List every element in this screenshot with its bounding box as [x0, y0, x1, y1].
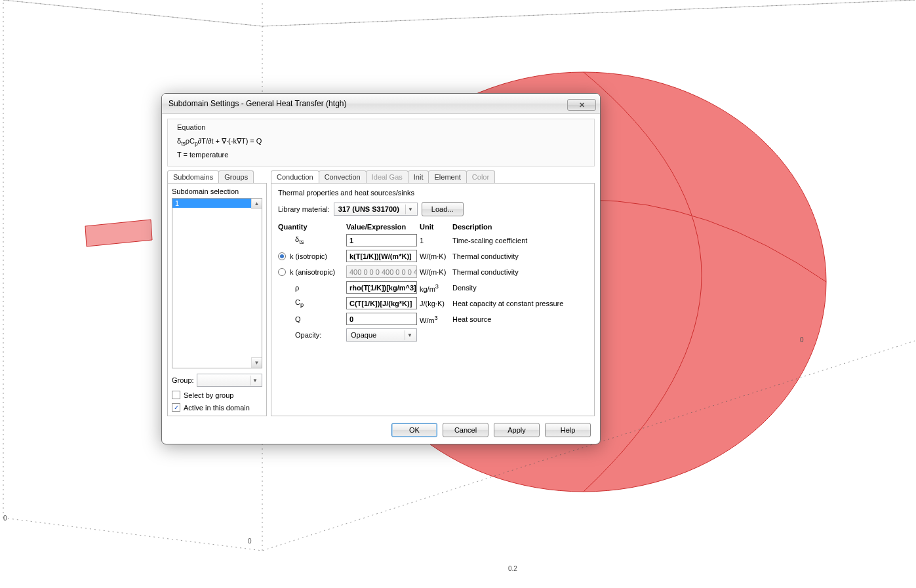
- checkbox-icon: [172, 391, 180, 399]
- group-dropdown[interactable]: ▼: [197, 374, 262, 387]
- radio-k-isotropic[interactable]: k (isotropic): [278, 252, 344, 260]
- subdomain-settings-dialog: Subdomain Settings - General Heat Transf…: [161, 93, 601, 444]
- axis-tick-wall: 0: [3, 515, 7, 522]
- opacity-value: Opaque: [351, 331, 376, 339]
- desc-kani: Thermal conductivity: [452, 268, 587, 276]
- axis-tick-z: 0: [800, 336, 804, 343]
- desc-rho: Density: [452, 284, 587, 292]
- chevron-down-icon: ▼: [405, 330, 414, 340]
- desc-q: Heat source: [452, 315, 587, 323]
- axis-tick-y: 0: [248, 538, 252, 545]
- checkbox-icon: ✓: [172, 403, 180, 412]
- col-quantity: Quantity: [278, 223, 344, 231]
- apply-button[interactable]: Apply: [494, 423, 540, 437]
- radio-k-anisotropic[interactable]: k (anisotropic): [278, 268, 344, 276]
- conduction-panel: Thermal properties and heat sources/sink…: [271, 183, 595, 416]
- checkbox-label: Active in this domain: [184, 404, 250, 412]
- load-button[interactable]: Load...: [422, 202, 464, 216]
- dialog-title: Subdomain Settings - General Heat Transf…: [169, 94, 346, 113]
- input-kani: 400 0 0 0 400 0 0 0 400: [346, 265, 417, 278]
- unit-q: W/m3: [420, 315, 450, 324]
- library-material-dropdown[interactable]: 317 (UNS S31700) ▼: [334, 203, 418, 216]
- close-icon: ✕: [579, 95, 585, 115]
- group-label: Group:: [172, 376, 194, 384]
- qty-opacity: Opacity:: [278, 331, 344, 339]
- scroll-up-icon[interactable]: ▲: [251, 199, 262, 209]
- unit-rho: kg/m3: [420, 283, 450, 293]
- qty-cp: Cp: [278, 298, 344, 308]
- qty-dts: δts: [278, 235, 344, 245]
- list-item[interactable]: 1: [172, 199, 262, 208]
- subdomain-panel: Subdomain selection 1 ▲ ▼ Group: ▼: [167, 183, 267, 416]
- subdomain-listbox[interactable]: 1 ▲ ▼: [172, 198, 262, 368]
- tab-color: Color: [466, 170, 495, 183]
- cancel-button[interactable]: Cancel: [443, 423, 488, 437]
- library-material-value: 317 (UNS S31700): [338, 205, 399, 213]
- input-cp[interactable]: C(T[1/K])[J/(kg*K)]: [346, 297, 417, 309]
- input-kiso[interactable]: k(T[1/K])[W/(m*K)]: [346, 250, 417, 262]
- qty-kani: k (anisotropic): [290, 268, 335, 276]
- checkbox-label: Select by group: [184, 391, 233, 399]
- scroll-down-icon[interactable]: ▼: [251, 357, 262, 368]
- chevron-down-icon: ▼: [250, 376, 260, 385]
- equation-header: Equation: [174, 123, 587, 131]
- help-button[interactable]: Help: [545, 423, 591, 437]
- dialog-button-row: OK Cancel Apply Help: [167, 416, 595, 437]
- tab-subdomains[interactable]: Subdomains: [167, 170, 219, 183]
- col-value: Value/Expression: [346, 223, 417, 231]
- tab-groups[interactable]: Groups: [218, 170, 254, 183]
- tab-conduction[interactable]: Conduction: [271, 170, 319, 183]
- equation-line1: δtsρCp∂T/∂t + ∇·(-k∇T) = Q: [174, 135, 587, 149]
- section-description: Thermal properties and heat sources/sink…: [278, 189, 587, 197]
- unit-kiso: W/(m·K): [420, 252, 450, 260]
- unit-kani: W/(m·K): [420, 268, 450, 276]
- axis-tick-x: 0.2: [508, 565, 517, 572]
- desc-kiso: Thermal conductivity: [452, 252, 587, 260]
- select-by-group-checkbox[interactable]: Select by group: [172, 391, 262, 399]
- tab-element[interactable]: Element: [428, 170, 466, 183]
- radio-unselected-icon: [278, 268, 286, 276]
- qty-q: Q: [278, 315, 344, 323]
- input-q[interactable]: 0: [346, 313, 417, 325]
- desc-dts: Time-scaling coefficient: [452, 237, 587, 245]
- tab-init[interactable]: Init: [408, 170, 429, 183]
- equation-panel: Equation δtsρCp∂T/∂t + ∇·(-k∇T) = Q T = …: [167, 119, 595, 167]
- chevron-down-icon: ▼: [405, 205, 415, 214]
- properties-table: Quantity Value/Expression Unit Descripti…: [278, 223, 587, 342]
- unit-cp: J/(kg·K): [420, 300, 450, 307]
- input-rho[interactable]: rho(T[1/K])[kg/m^3]: [346, 281, 417, 294]
- unit-dts: 1: [420, 237, 450, 245]
- tab-convection[interactable]: Convection: [319, 170, 367, 183]
- dialog-titlebar[interactable]: Subdomain Settings - General Heat Transf…: [162, 94, 600, 114]
- qty-kiso: k (isotropic): [290, 252, 327, 260]
- col-unit: Unit: [420, 223, 450, 231]
- desc-cp: Heat capacity at constant pressure: [452, 300, 587, 307]
- radio-selected-icon: [278, 252, 286, 260]
- library-material-label: Library material:: [278, 205, 330, 213]
- opacity-dropdown[interactable]: Opaque ▼: [346, 328, 417, 342]
- qty-rho: ρ: [278, 284, 344, 292]
- ok-button[interactable]: OK: [391, 423, 437, 437]
- subdomain-selection-label: Subdomain selection: [172, 187, 262, 195]
- col-description: Description: [452, 223, 587, 231]
- tab-ideal-gas: Ideal Gas: [366, 170, 408, 183]
- input-dts[interactable]: 1: [346, 234, 417, 246]
- close-button[interactable]: ✕: [567, 99, 596, 111]
- equation-line2: T = temperature: [174, 149, 587, 161]
- active-in-domain-checkbox[interactable]: ✓ Active in this domain: [172, 403, 262, 412]
